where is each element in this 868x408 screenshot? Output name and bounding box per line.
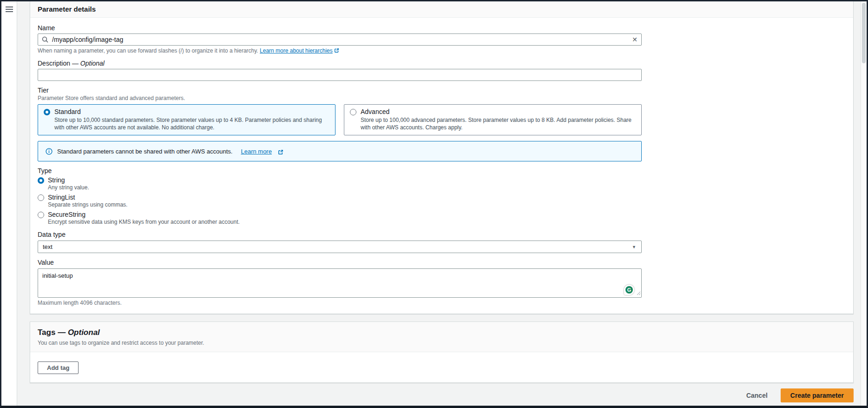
tags-card: Tags — Optional You can use tags to orga…	[30, 321, 854, 383]
tags-header: Tags — Optional You can use tags to orga…	[30, 322, 853, 352]
tier-label: Tier	[38, 87, 846, 94]
tier-standard-description: Store up to 10,000 standard parameters. …	[54, 116, 329, 131]
hamburger-menu-icon[interactable]	[6, 7, 13, 12]
type-string-description: Any string value.	[48, 184, 846, 191]
tier-advanced-description: Store up to 100,000 advanced parameters.…	[361, 116, 636, 131]
type-label: Type	[38, 167, 846, 174]
collapsed-sidebar	[1, 1, 17, 406]
type-stringlist-description: Separate strings using commas.	[48, 201, 846, 208]
description-label: Description — Optional	[38, 60, 642, 67]
name-label: Name	[38, 24, 642, 32]
hierarchies-link[interactable]: Learn more about hierarchies	[260, 47, 333, 54]
tags-helper: You can use tags to organize and restric…	[38, 340, 846, 346]
external-link-icon	[334, 48, 339, 53]
banner-text: Standard parameters cannot be shared wit…	[57, 148, 232, 155]
value-label: Value	[38, 259, 846, 266]
type-string-label: String	[48, 176, 65, 184]
scrollbar-thumb[interactable]	[862, 3, 866, 63]
radio-securestring[interactable]	[38, 212, 44, 218]
clear-name-icon[interactable]: ✕	[632, 35, 638, 44]
type-option-securestring[interactable]: SecureString	[38, 211, 846, 218]
banner-learn-more-link[interactable]: Learn more	[241, 148, 271, 155]
card-title: Parameter details	[38, 5, 846, 13]
scrollbar-track[interactable]	[861, 1, 867, 406]
parameter-details-card: Parameter details Name ✕ When naming a p…	[30, 1, 854, 314]
type-securestring-description: Encrypt sensitive data using KMS keys fr…	[48, 219, 846, 225]
data-type-select[interactable]: text ▼	[38, 241, 642, 253]
app-window: Parameter details Name ✕ When naming a p…	[0, 0, 868, 408]
data-type-label: Data type	[38, 231, 846, 238]
radio-standard[interactable]	[44, 109, 50, 115]
create-parameter-button[interactable]: Create parameter	[781, 388, 854, 402]
chevron-down-icon: ▼	[632, 245, 636, 249]
radio-advanced[interactable]	[350, 109, 356, 115]
tier-option-advanced[interactable]: Advanced Store up to 100,000 advanced pa…	[344, 104, 642, 135]
data-type-field-group: Data type text ▼	[38, 231, 846, 253]
description-field-group: Description — Optional	[38, 60, 642, 81]
tags-title: Tags — Optional	[38, 328, 846, 337]
data-type-selected-value: text	[43, 243, 53, 250]
value-field-group: Value initial-setup G Maximum length 409…	[38, 259, 846, 306]
type-option-stringlist[interactable]: StringList	[38, 194, 846, 201]
value-helper: Maximum length 4096 characters.	[38, 300, 846, 306]
description-input[interactable]	[38, 69, 642, 81]
create-parameter-form: Parameter details Name ✕ When naming a p…	[30, 1, 854, 402]
type-field-group: Type String Any string value. StringList…	[38, 167, 846, 225]
tier-helper: Parameter Store offers standard and adva…	[38, 95, 846, 101]
cancel-button[interactable]: Cancel	[746, 392, 768, 399]
tier-field-group: Tier Parameter Store offers standard and…	[38, 87, 846, 135]
info-icon	[46, 148, 53, 155]
parameter-details-header: Parameter details	[30, 1, 853, 18]
external-link-icon	[278, 149, 283, 154]
type-stringlist-label: StringList	[48, 194, 75, 201]
search-icon	[41, 36, 49, 43]
type-securestring-label: SecureString	[48, 211, 85, 218]
tier-option-standard[interactable]: Standard Store up to 10,000 standard par…	[38, 104, 335, 135]
radio-string[interactable]	[38, 177, 44, 184]
resize-handle-icon[interactable]	[637, 289, 641, 297]
name-helper: When naming a parameter, you can use for…	[38, 47, 642, 54]
type-option-string[interactable]: String	[38, 176, 846, 184]
tier-advanced-label: Advanced	[361, 108, 636, 115]
name-field-group: Name ✕ When naming a parameter, you can …	[38, 24, 642, 54]
tier-standard-label: Standard	[54, 108, 329, 115]
name-input[interactable]	[38, 33, 642, 46]
add-tag-button[interactable]: Add tag	[38, 361, 79, 374]
form-actions: Cancel Create parameter	[30, 388, 854, 402]
value-textarea[interactable]: initial-setup	[38, 268, 642, 298]
radio-stringlist[interactable]	[38, 194, 44, 201]
standard-tier-info-banner: Standard parameters cannot be shared wit…	[38, 141, 642, 161]
